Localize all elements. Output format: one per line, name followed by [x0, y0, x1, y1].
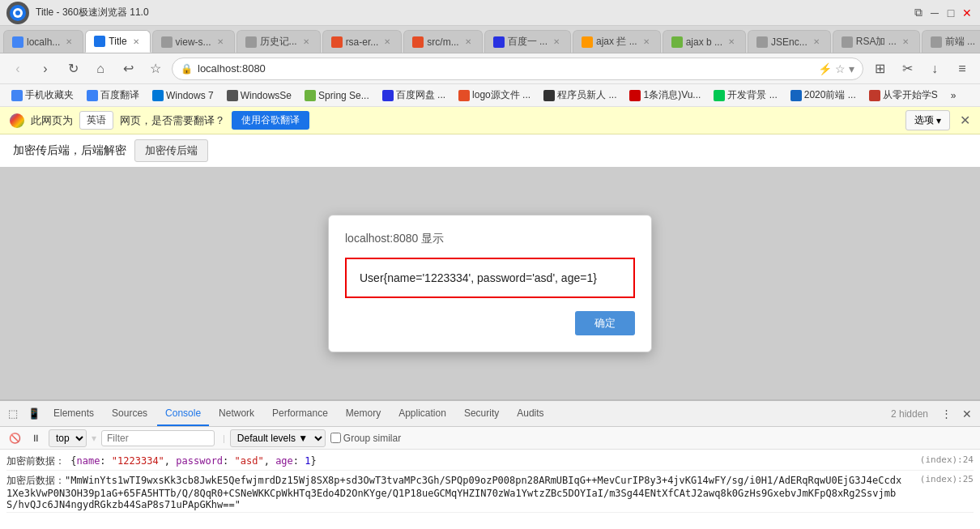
console-pause-btn[interactable]: ⏸	[28, 430, 44, 446]
window-title: Title - 360极速浏览器 11.0	[36, 6, 905, 19]
filter-separator: |	[223, 433, 225, 443]
context-select[interactable]: top	[49, 429, 87, 447]
tab-localh[interactable]: localh... ✕	[3, 30, 83, 53]
tab-close-active-btn[interactable]: ✕	[130, 36, 142, 47]
tab-ajax2[interactable]: ajax b ... ✕	[663, 30, 746, 53]
devtools-tab-elements[interactable]: Elements	[45, 401, 102, 426]
dialog-title: localhost:8080 显示	[345, 232, 635, 246]
bookmark-baiduyun[interactable]: 百度网盘 ...	[377, 87, 450, 104]
tab-close-btn[interactable]: ✕	[900, 36, 911, 47]
dialog-message: User{name='1223334', password='asd', age…	[360, 271, 597, 284]
menu-btn[interactable]: ≡	[951, 58, 974, 80]
log-levels-select[interactable]: Default levels ▼	[230, 429, 326, 447]
use-google-translate-btn[interactable]: 使用谷歌翻译	[232, 111, 309, 130]
devtools-more-icon[interactable]: ⋮	[936, 404, 956, 424]
console-prefix-2: 加密后数据：	[6, 475, 65, 486]
devtools-tab-network[interactable]: Network	[211, 401, 262, 426]
devtools-tab-security[interactable]: Security	[456, 401, 507, 426]
more-label: »	[951, 90, 957, 101]
tab-baidu[interactable]: 百度一 ... ✕	[484, 30, 571, 53]
bookmark-mobile[interactable]: 手机收藏夹	[6, 87, 79, 104]
devtools-tab-console[interactable]: Console	[157, 401, 209, 426]
download-btn[interactable]: ↓	[923, 58, 946, 80]
dialog-ok-btn[interactable]: 确定	[575, 311, 635, 335]
console-clear-btn[interactable]: 🚫	[6, 430, 23, 446]
tab-close-btn[interactable]: ✕	[381, 36, 393, 47]
devtools-tab-audits[interactable]: Audits	[509, 401, 552, 426]
tab-close-btn[interactable]: ✕	[462, 36, 474, 47]
bookmark-bg[interactable]: 开发背景 ...	[709, 87, 782, 104]
tab-jsenc[interactable]: JSEnc... ✕	[748, 30, 831, 53]
console-filter-input[interactable]	[101, 430, 215, 446]
tab-close-btn[interactable]: ✕	[551, 36, 562, 47]
forward-btn[interactable]: ›	[34, 58, 57, 80]
devtools-device-icon[interactable]: 📱	[24, 404, 44, 424]
tab-views[interactable]: view-s... ✕	[152, 30, 235, 53]
devtools-close-btn[interactable]: ✕	[957, 404, 977, 424]
undo-btn[interactable]: ↩	[117, 58, 139, 80]
bookmark-zero[interactable]: 从零开始学S	[864, 87, 943, 104]
devtools-inspect-icon[interactable]: ⬚	[3, 404, 23, 424]
address-bar[interactable]: 🔒 localhost:8080 ⚡ ☆ ▾	[172, 58, 863, 80]
tab-close-btn[interactable]: ✕	[726, 36, 737, 47]
bookmark-logo[interactable]: logo源文件 ...	[454, 87, 535, 104]
bookmark-more[interactable]: »	[946, 88, 961, 103]
restore-btn[interactable]: ⧉	[912, 6, 925, 19]
tab-frontend[interactable]: 前端 ... ✕	[922, 30, 980, 53]
language-btn[interactable]: 英语	[79, 111, 113, 130]
devtools-tab-memory[interactable]: Memory	[338, 401, 389, 426]
tab-close-btn[interactable]: ✕	[63, 36, 75, 47]
bookmark-2020[interactable]: 2020前端 ...	[786, 87, 861, 104]
bookmark-baidu-trans[interactable]: 百度翻译	[82, 87, 144, 104]
browser-logo	[6, 2, 29, 24]
svg-point-2	[15, 11, 20, 15]
bookmark-icon	[87, 90, 98, 101]
tab-label: 前端 ...	[945, 35, 975, 49]
group-similar-input[interactable]	[330, 433, 341, 443]
tab-close-btn[interactable]: ✕	[811, 36, 822, 47]
console-source-2: (index):25	[909, 474, 974, 484]
back-btn[interactable]: ‹	[6, 58, 29, 80]
home-btn[interactable]: ⌂	[89, 58, 112, 80]
tab-history[interactable]: 历史记... ✕	[236, 30, 321, 53]
tab-close-btn[interactable]: ✕	[641, 36, 652, 47]
tab-label: rsa-er...	[346, 36, 379, 48]
tab-favicon	[842, 36, 853, 48]
bookmark-spring[interactable]: Spring Se...	[300, 88, 374, 103]
tab-close-btn[interactable]: ✕	[300, 36, 312, 47]
devtools-tab-sources[interactable]: Sources	[104, 401, 156, 426]
lightning-icon[interactable]: ⚡	[818, 62, 832, 75]
tab-title[interactable]: Title ✕	[85, 30, 150, 53]
dialog-content: User{name='1223334', password='asd', age…	[345, 258, 635, 298]
close-btn[interactable]: ✕	[961, 6, 974, 19]
address-dropdown-icon[interactable]: ▾	[849, 62, 854, 75]
address-star-icon[interactable]: ☆	[835, 62, 846, 75]
windows-btn[interactable]: ⊞	[868, 58, 891, 80]
star-btn[interactable]: ☆	[144, 58, 167, 80]
main-page: localhost:8080 显示 User{name='1223334', p…	[0, 167, 980, 399]
bookmark-label: Spring Se...	[318, 90, 369, 101]
maximize-btn[interactable]: □	[944, 6, 957, 19]
minimize-btn[interactable]: ─	[928, 6, 941, 19]
tab-label: src/m...	[427, 36, 458, 48]
bookmark-dev[interactable]: 程序员新人 ...	[539, 87, 621, 104]
tab-rsaer[interactable]: rsa-er... ✕	[322, 30, 403, 53]
bookmark-windowsse[interactable]: WindowsSe	[222, 88, 296, 103]
tab-close-btn[interactable]: ✕	[215, 36, 226, 47]
bookmark-msg[interactable]: 1条消息)Vu...	[624, 87, 705, 104]
refresh-btn[interactable]: ↻	[62, 58, 84, 80]
tab-favicon	[493, 36, 505, 48]
group-similar-checkbox[interactable]: Group similar	[330, 433, 401, 444]
encrypt-btn[interactable]: 加密传后端	[134, 139, 208, 162]
tab-rsa[interactable]: RSA加 ... ✕	[833, 30, 920, 53]
devtools-tab-application[interactable]: Application	[390, 401, 454, 426]
cut-btn[interactable]: ✂	[896, 58, 918, 80]
tab-ajax1[interactable]: ajax 拦 ... ✕	[573, 30, 661, 53]
devtools-tab-performance[interactable]: Performance	[264, 401, 336, 426]
tab-srcm[interactable]: src/m... ✕	[403, 30, 482, 53]
translation-close-btn[interactable]: ✕	[960, 113, 970, 128]
bookmark-win7[interactable]: Windows 7	[147, 88, 219, 103]
console-key: name	[76, 455, 100, 467]
options-btn[interactable]: 选项 ▾	[905, 110, 950, 130]
console-str: "1223334"	[112, 455, 164, 467]
